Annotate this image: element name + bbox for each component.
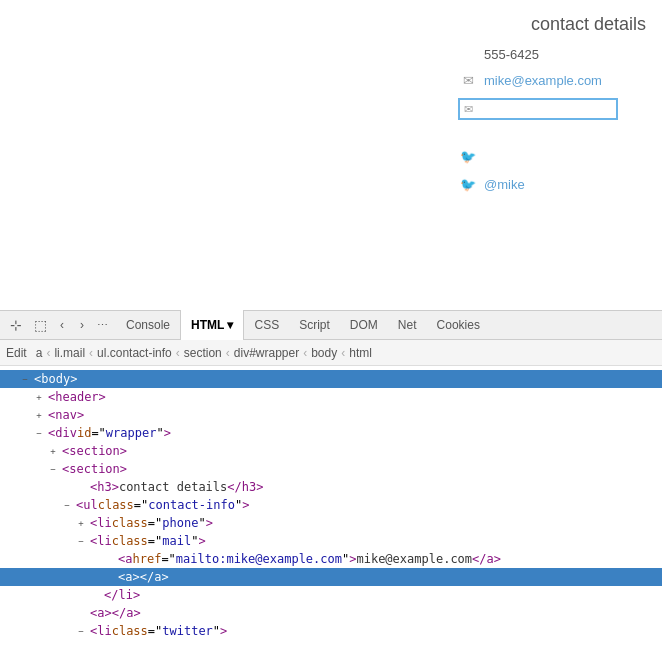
email-value: mike@example.com [484,73,602,88]
tree-row-li-mail[interactable]: − <li class="mail" > [0,532,662,550]
inspect-tool-btn[interactable]: ⬚ [28,313,52,337]
expand-section1[interactable]: + [46,444,60,458]
breadcrumb-ul-contact-info[interactable]: ul.contact-info [94,346,175,360]
breadcrumb-bar: Edit a ‹ li.mail ‹ ul.contact-info ‹ sec… [0,340,662,366]
back-btn[interactable]: ‹ [52,315,72,335]
breadcrumb-html[interactable]: html [346,346,375,360]
tree-row-a-after-li[interactable]: <a> </a> [0,604,662,622]
expand-li-twitter[interactable]: − [74,624,88,638]
tree-row-a-mail[interactable]: <a href="mailto:mike@example.com" >mike@… [0,550,662,568]
tree-row-a-empty[interactable]: <a> </a> [0,568,662,586]
tree-row-li-twitter[interactable]: − <li class="twitter" > [0,622,662,640]
email-highlighted-row: ✉ [458,98,646,120]
tree-row-li-close[interactable]: </li> [0,586,662,604]
preview-area: contact details 555-6425 ✉ mike@example.… [0,0,662,310]
html-tree: − <body> + <header> + <nav> − <div id="w… [0,366,662,646]
breadcrumb-li-mail[interactable]: li.mail [51,346,88,360]
tab-script[interactable]: Script [289,310,340,340]
expand-ul[interactable]: − [60,498,74,512]
expand-div-wrapper[interactable]: − [32,426,46,440]
envelope-icon-small: ✉ [464,103,473,116]
twitter-icon-1: 🐦 [458,146,478,166]
cursor-tool-btn[interactable]: ⊹ [4,313,28,337]
tab-html[interactable]: HTML ▾ [180,310,244,340]
breadcrumb-section[interactable]: section [181,346,225,360]
email-row: ✉ mike@example.com [458,70,646,90]
tab-cookies[interactable]: Cookies [427,310,490,340]
tree-row-h3[interactable]: <h3>contact details</h3> [0,478,662,496]
expand-li-mail[interactable]: − [74,534,88,548]
devtools-toolbar: ⊹ ⬚ ‹ › ⋯ Console HTML ▾ CSS Script DOM … [0,310,662,340]
email-icon: ✉ [458,70,478,90]
expand-body[interactable]: − [18,372,32,386]
phone-row: 555-6425 [458,47,646,62]
twitter-icon-row: 🐦 [458,146,646,166]
twitter-icon-2: 🐦 [458,174,478,194]
contact-details-panel: contact details 555-6425 ✉ mike@example.… [442,0,662,216]
tree-row-div-wrapper[interactable]: − <div id="wrapper" > [0,424,662,442]
expand-li-phone[interactable]: + [74,516,88,530]
expand-header[interactable]: + [32,390,46,404]
contact-details-title: contact details [458,14,646,35]
devtools-tabs: Console HTML ▾ CSS Script DOM Net Cookie… [116,310,490,340]
twitter-value: @mike [484,177,525,192]
tree-row-section2[interactable]: − <section> [0,460,662,478]
expand-nav[interactable]: + [32,408,46,422]
phone-value: 555-6425 [484,47,539,62]
email-highlighted-input: ✉ [458,98,618,120]
edit-button[interactable]: Edit [6,346,27,360]
tab-dom[interactable]: DOM [340,310,388,340]
twitter-row: 🐦 @mike [458,174,646,194]
expand-section2[interactable]: − [46,462,60,476]
tree-row-header[interactable]: + <header> [0,388,662,406]
expand-all-btn[interactable]: ⋯ [92,315,112,335]
breadcrumb-div-wrapper[interactable]: div#wrapper [231,346,302,360]
tab-css[interactable]: CSS [244,310,289,340]
tree-row-nav[interactable]: + <nav> [0,406,662,424]
breadcrumb-body[interactable]: body [308,346,340,360]
tree-row-section1[interactable]: + <section> [0,442,662,460]
tab-net[interactable]: Net [388,310,427,340]
tree-row-body[interactable]: − <body> [0,370,662,388]
tree-row-li-phone[interactable]: + <li class="phone" > [0,514,662,532]
tree-row-ul-contact-info[interactable]: − <ul class="contact-info" > [0,496,662,514]
forward-btn[interactable]: › [72,315,92,335]
breadcrumb-a[interactable]: a [33,346,46,360]
tab-console[interactable]: Console [116,310,180,340]
